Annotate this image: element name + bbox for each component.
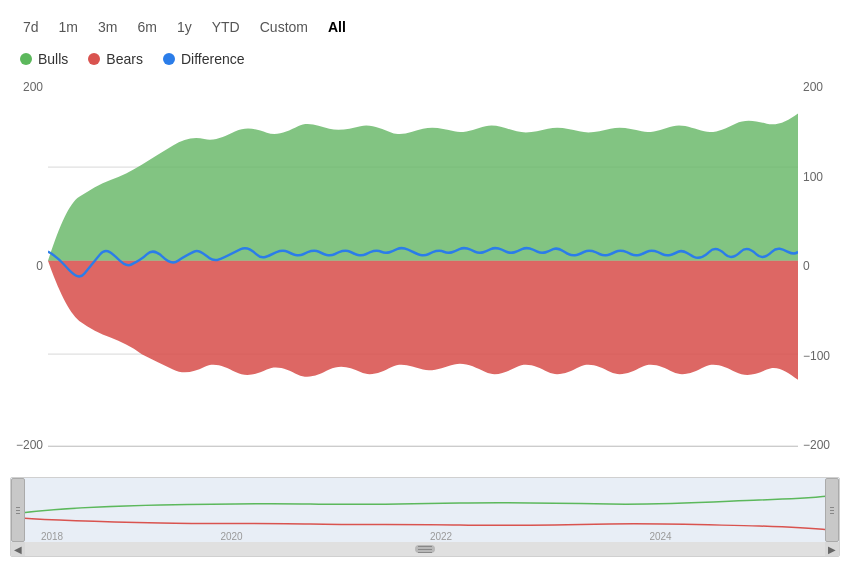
time-btn-1y[interactable]: 1y <box>169 15 200 39</box>
navigator: 2018 2020 2022 2024 ◀ <box>10 477 840 557</box>
main-container: 7d1m3m6m1yYTDCustomAll BullsBearsDiffere… <box>0 0 850 567</box>
time-btn-1m[interactable]: 1m <box>51 15 86 39</box>
time-btn-3m[interactable]: 3m <box>90 15 125 39</box>
legend-label-bulls: Bulls <box>38 51 68 67</box>
y-label-left-bot: −200 <box>16 438 43 452</box>
scroll-right-arrow[interactable]: ▶ <box>825 542 839 556</box>
legend-dot-difference <box>163 53 175 65</box>
y-axis-right: 200 100 0 −100 −200 <box>798 75 840 472</box>
legend-dot-bears <box>88 53 100 65</box>
legend-label-difference: Difference <box>181 51 245 67</box>
nav-handle-right[interactable] <box>825 478 839 542</box>
legend-item-difference: Difference <box>163 51 245 67</box>
y-label-right-neg100: −100 <box>803 349 830 363</box>
svg-text:2024: 2024 <box>649 531 672 542</box>
chart-wrapper: 200 0 −200 <box>10 75 840 472</box>
y-label-left-mid: 0 <box>36 259 43 273</box>
svg-rect-7 <box>11 478 839 544</box>
y-label-left-top: 200 <box>23 80 43 94</box>
time-btn-all[interactable]: All <box>320 15 354 39</box>
time-btn-7d[interactable]: 7d <box>15 15 47 39</box>
time-controls: 7d1m3m6m1yYTDCustomAll <box>10 15 840 39</box>
nav-handle-left[interactable] <box>11 478 25 542</box>
scroll-center[interactable] <box>25 542 825 556</box>
svg-text:2020: 2020 <box>220 531 243 542</box>
time-btn-custom[interactable]: Custom <box>252 15 316 39</box>
y-label-right-0: 0 <box>803 259 810 273</box>
y-label-right-100: 100 <box>803 170 823 184</box>
time-btn-ytd[interactable]: YTD <box>204 15 248 39</box>
legend: BullsBearsDifference <box>10 51 840 67</box>
scroll-left-arrow[interactable]: ◀ <box>11 542 25 556</box>
y-label-right-200: 200 <box>803 80 823 94</box>
y-axis-left: 200 0 −200 <box>10 75 48 472</box>
legend-label-bears: Bears <box>106 51 143 67</box>
legend-item-bulls: Bulls <box>20 51 68 67</box>
scroll-grip[interactable] <box>415 545 435 553</box>
legend-item-bears: Bears <box>88 51 143 67</box>
svg-text:2018: 2018 <box>41 531 64 542</box>
y-label-right-neg200: −200 <box>803 438 830 452</box>
main-chart: 2018 2019 2020 2021 2022 2023 2024 <box>48 75 798 472</box>
svg-text:2022: 2022 <box>430 531 453 542</box>
time-btn-6m[interactable]: 6m <box>129 15 164 39</box>
legend-dot-bulls <box>20 53 32 65</box>
